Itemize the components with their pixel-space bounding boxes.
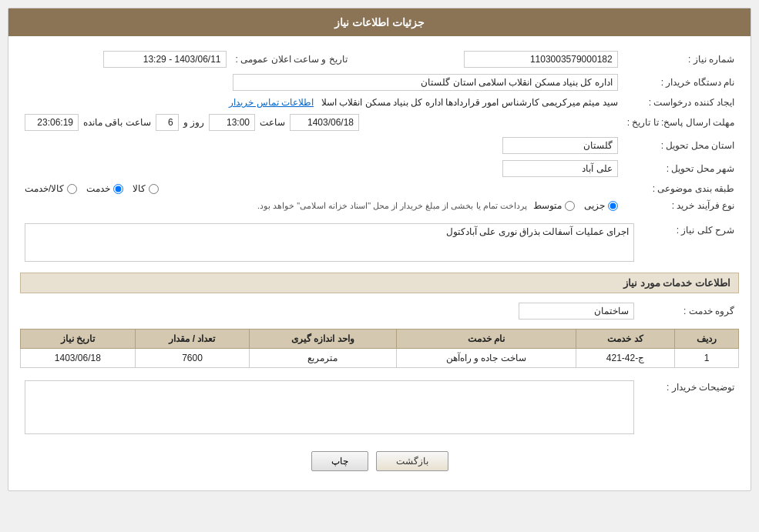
description-label: شرح کلی نیاز : [639, 220, 739, 265]
deadline-time-label: ساعت [260, 117, 285, 128]
category-kala-label: کالا [133, 183, 146, 194]
category-service-label: خدمت [86, 183, 110, 194]
category-service[interactable]: خدمت [86, 183, 123, 194]
purchase-type-medium[interactable]: متوسط [533, 200, 575, 211]
cell-name: ساخت جاده و راه‌آهن [396, 349, 576, 368]
purchase-type-description: پرداخت تمام یا بخشی از مبلغ خریدار از مح… [257, 201, 527, 211]
contact-info-link[interactable]: اطلاعات تماس خریدار [229, 97, 314, 108]
back-button[interactable]: بازگشت [376, 451, 448, 471]
deadline-remaining-label: ساعت باقی مانده [83, 117, 151, 128]
col-name: نام خدمت [396, 330, 576, 349]
cell-row: 1 [675, 349, 739, 368]
purchase-type-medium-radio[interactable] [565, 201, 575, 211]
print-button[interactable]: چاپ [311, 451, 368, 471]
province-label: استان محل تحویل : [623, 134, 739, 157]
col-code: کد خدمت [576, 330, 675, 349]
requester-value: سید میثم میرکریمی کارشناس امور قراردادها… [321, 97, 618, 108]
city-value: علی آباد [502, 160, 618, 177]
cell-code: ج-42-421 [576, 349, 675, 368]
services-section-title: اطلاعات خدمات مورد نیاز [20, 273, 739, 293]
category-service-radio[interactable] [113, 184, 123, 194]
category-kala-service-label: کالا/خدمت [25, 183, 64, 194]
tender-number-label: شماره نیاز : [623, 48, 739, 71]
service-group-value: ساختمان [519, 303, 634, 320]
publish-datetime-value: 1403/06/11 - 13:29 [103, 51, 227, 68]
province-value: گلستان [502, 137, 618, 154]
purchase-type-partial-label: جزیی [584, 200, 605, 211]
cell-quantity: 7600 [135, 349, 250, 368]
publish-datetime-label: تاریخ و ساعت اعلان عمومی : [231, 48, 363, 71]
deadline-label: مهلت ارسال پاسخ: تا تاریخ : [623, 111, 739, 134]
tender-number-value: 1103003579000182 [464, 51, 618, 68]
category-kala-service[interactable]: کالا/خدمت [25, 183, 77, 194]
deadline-days-label: روز و [183, 117, 204, 128]
col-date: تاریخ نیاز [21, 330, 136, 349]
description-value: اجرای عملیات آسفالت بذراق نوری علی آبادک… [25, 223, 634, 262]
deadline-remaining: 23:06:19 [25, 114, 79, 131]
cell-date: 1403/06/18 [21, 349, 136, 368]
deadline-time: 13:00 [209, 114, 255, 131]
category-kala-service-radio[interactable] [67, 184, 77, 194]
col-qty: تعداد / مقدار [135, 330, 250, 349]
deadline-date: 1403/06/18 [290, 114, 359, 131]
purchase-type-medium-label: متوسط [533, 200, 562, 211]
buyer-org-value: اداره کل بنیاد مسکن انقلاب اسلامی استان … [233, 74, 618, 91]
buyer-org-label: نام دستگاه خریدار : [623, 71, 739, 94]
requester-label: ایجاد کننده درخواست : [623, 94, 739, 111]
buyer-notes-textarea[interactable] [25, 380, 634, 434]
category-kala[interactable]: کالا [133, 183, 159, 194]
purchase-type-partial[interactable]: جزیی [584, 200, 618, 211]
col-row: ردیف [675, 330, 739, 349]
table-row: 1ج-42-421ساخت جاده و راه‌آهنمترمربع76001… [21, 349, 739, 368]
deadline-days: 6 [156, 114, 179, 131]
city-label: شهر محل تحویل : [623, 157, 739, 180]
purchase-type-label: نوع فرآیند خرید : [623, 197, 739, 214]
purchase-type-partial-radio[interactable] [608, 201, 618, 211]
service-group-label: گروه خدمت : [639, 299, 739, 323]
category-kala-radio[interactable] [149, 184, 159, 194]
cell-unit: مترمربع [250, 349, 396, 368]
services-table: ردیف کد خدمت نام خدمت واحد اندازه گیری ت… [20, 329, 739, 368]
buyer-notes-label: توضیحات خریدار : [639, 377, 739, 440]
category-label: طبقه بندی موضوعی : [623, 180, 739, 197]
col-unit: واحد اندازه گیری [250, 330, 396, 349]
page-title: جزئیات اطلاعات نیاز [8, 8, 751, 36]
